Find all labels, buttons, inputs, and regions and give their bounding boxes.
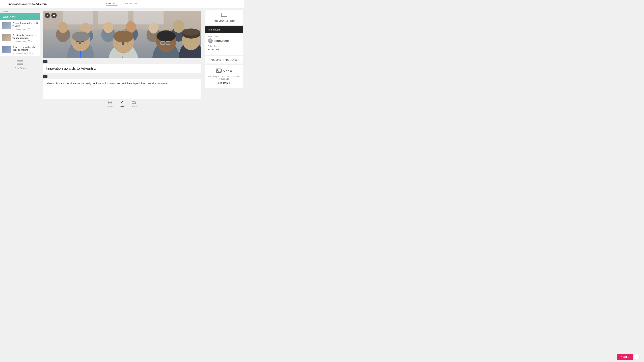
- news-item[interactable]: Better reports drive wise decision-makin…: [0, 44, 40, 56]
- page-rollup-label: Page Rollup: [14, 67, 26, 69]
- comment-icon-1: 💬: [28, 28, 30, 30]
- news-comments-3: 💬 3: [29, 52, 32, 54]
- preview-icon: [132, 101, 136, 105]
- media-icon-row: Media: [216, 68, 232, 74]
- article-body-box[interactable]: Adventrix is one of the winners ot the D…: [43, 79, 201, 99]
- variation-icon: [221, 12, 227, 18]
- add-links-card: + ADD LINK + ADD HEADER: [205, 56, 243, 63]
- tab-properties[interactable]: PROPERTIES: [123, 2, 138, 6]
- link-adventrix[interactable]: Adventrix: [46, 82, 56, 85]
- like-icon-1: 👍: [23, 28, 25, 30]
- add-media-button[interactable]: ADD MEDIA: [218, 82, 230, 84]
- delete-image-button[interactable]: [51, 13, 57, 18]
- news-comments-1: 💬 2: [28, 28, 32, 30]
- news-likes-1: 👍 2: [23, 28, 26, 30]
- tab-preview-label: Preview: [130, 105, 137, 107]
- article-title-box[interactable]: Innovation awards to Adventrix: [43, 64, 201, 73]
- header: ☰ Innovation awards to Adventrix CONTENT…: [0, 0, 244, 8]
- page-rollup-icon: [18, 60, 23, 66]
- contact-avatar: [208, 38, 213, 43]
- svg-point-29: [113, 30, 134, 42]
- news-meta-2: 5 days ago 👍 0 💬 0: [12, 40, 38, 42]
- news-content-1: Partner Forum will be held in Berlin 5 d…: [12, 22, 38, 30]
- az-badge-body: A Z: [43, 75, 48, 78]
- svg-rect-6: [63, 11, 93, 24]
- news-thumb-3: [2, 46, 11, 53]
- add-header-button[interactable]: + ADD HEADER: [223, 59, 239, 61]
- tab-preview[interactable]: Preview: [130, 101, 137, 107]
- news-content-2: Great market awareness for new products …: [12, 34, 38, 42]
- main-layout: News Latest News Partner Forum will be h…: [0, 8, 244, 138]
- article-date-label: Article Date: [208, 45, 240, 47]
- news-thumb-1: [2, 22, 11, 29]
- media-card: Media Possibility to add an image or vid…: [205, 65, 243, 88]
- news-date-2: 5 days ago: [12, 40, 22, 42]
- tab-content[interactable]: CONTENT: [106, 2, 118, 6]
- like-icon-2: 👍: [23, 40, 25, 42]
- menu-icon[interactable]: ☰: [3, 2, 6, 6]
- body-section: A Z Adventrix is one of the winners ot t…: [43, 75, 201, 99]
- like-icon-3: 👍: [24, 52, 26, 54]
- article-image-container: [43, 11, 201, 58]
- news-title-3: Better reports drive wise decision-makin…: [12, 46, 38, 52]
- svg-rect-48: [108, 103, 110, 104]
- comment-icon-2: 💬: [28, 40, 30, 42]
- svg-rect-2: [18, 63, 23, 63]
- write-icon: [120, 101, 124, 105]
- svg-rect-7: [98, 11, 128, 24]
- article-title: Innovation awards to Adventrix: [46, 66, 198, 71]
- comment-icon-3: 💬: [29, 52, 31, 54]
- article-body-text: Adventrix is one of the winners ot the D…: [46, 82, 198, 85]
- news-item[interactable]: Partner Forum will be held in Berlin 5 d…: [0, 20, 40, 32]
- svg-rect-0: [18, 60, 23, 61]
- news-meta-3: 10 days ago 👍 5 💬 3: [12, 52, 38, 54]
- news-title-1: Partner Forum will be held in Berlin: [12, 22, 38, 27]
- tab-write[interactable]: Write: [120, 101, 124, 107]
- svg-rect-1: [18, 61, 23, 62]
- svg-point-20: [173, 20, 184, 33]
- right-panel: Page Variation Selector Information Page…: [204, 8, 244, 138]
- news-meta-1: 5 days ago 👍 2 💬 2: [12, 28, 38, 30]
- az-badge-title: A Z: [43, 60, 48, 63]
- svg-rect-49: [110, 103, 112, 104]
- news-thumb-2: [2, 34, 11, 41]
- article-date: 2019-10-27: [208, 48, 240, 51]
- svg-point-58: [210, 39, 211, 41]
- svg-point-43: [183, 28, 200, 35]
- az-strikethrough-2: Z: [46, 76, 46, 77]
- news-likes-3: 👍 5: [24, 52, 28, 54]
- information-header: Information: [205, 26, 243, 33]
- header-tabs: CONTENT PROPERTIES: [106, 2, 138, 6]
- page-rollup[interactable]: Page Rollup: [0, 57, 40, 73]
- svg-marker-55: [224, 17, 224, 17]
- news-item[interactable]: Great market awareness for new products …: [0, 32, 40, 44]
- contact-name: Robert Johnson: [214, 39, 230, 42]
- article-date-field: Article Date 2019-10-27: [208, 45, 240, 51]
- svg-point-37: [156, 30, 176, 41]
- page-contact-label: Page Contact: [208, 35, 240, 37]
- svg-point-14: [103, 22, 113, 33]
- contact-row: Robert Johnson: [208, 38, 240, 43]
- sidebar-section: Latest News Partner Forum will be held i…: [0, 13, 40, 56]
- variation-selector-card[interactable]: Page Variation Selector: [205, 10, 243, 25]
- svg-point-23: [72, 31, 90, 41]
- bottom-tabs: Design Write Preview: [43, 99, 201, 107]
- information-card: Information Page Contact Robert Johnson: [205, 26, 243, 55]
- image-actions: [44, 13, 57, 18]
- add-link-button[interactable]: + ADD LINK: [209, 59, 221, 61]
- variation-label: Page Variation Selector: [214, 20, 234, 22]
- news-date-3: 10 days ago: [12, 52, 22, 54]
- article-image: [43, 11, 201, 58]
- design-icon: [108, 101, 112, 105]
- news-content-3: Better reports drive wise decision-makin…: [12, 46, 38, 54]
- page-contact-field: Page Contact Robert Johnson: [208, 35, 240, 43]
- media-icon: [216, 68, 222, 74]
- svg-rect-3: [18, 64, 23, 65]
- news-date-1: 5 days ago: [12, 28, 22, 30]
- tab-design[interactable]: Design: [107, 101, 113, 107]
- information-body: Page Contact Robert Johnson Art: [205, 33, 243, 55]
- az-normal-2: A: [44, 76, 45, 77]
- edit-image-button[interactable]: [44, 13, 50, 18]
- svg-rect-50: [132, 102, 136, 104]
- title-section: A Z Innovation awards to Adventrix: [43, 60, 201, 73]
